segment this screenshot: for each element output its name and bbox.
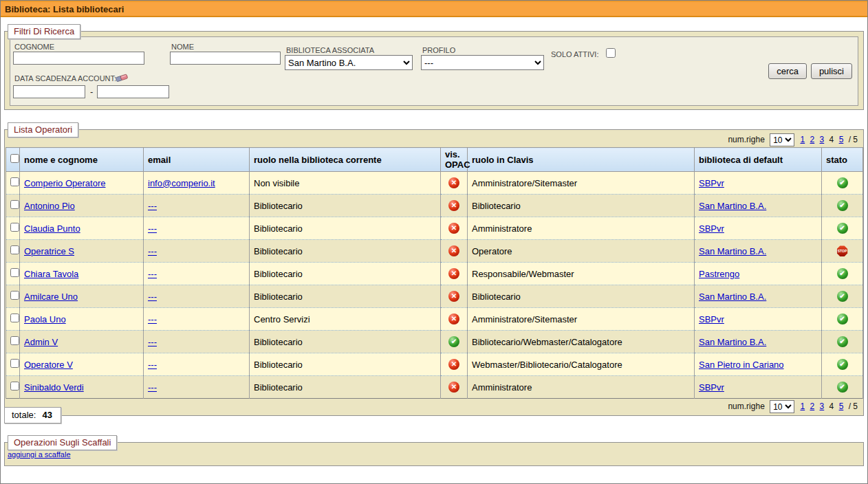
x-circle-icon — [448, 291, 459, 302]
row-checkbox[interactable] — [10, 223, 19, 232]
page-link-5[interactable]: 5 — [839, 135, 844, 144]
biblioteca-associata-select[interactable]: San Martino B.A. — [285, 55, 413, 70]
default-library-link[interactable]: SBPvr — [699, 382, 724, 393]
role-current-cell: Bibliotecario — [250, 217, 441, 240]
operator-email-link[interactable]: --- — [148, 246, 157, 256]
row-checkbox[interactable] — [10, 382, 19, 390]
operator-name-link[interactable]: Paola Uno — [24, 314, 66, 324]
page-link-1[interactable]: 1 — [801, 135, 805, 144]
page-link-1[interactable]: 1 — [801, 402, 805, 411]
default-library-link[interactable]: San Martino B.A. — [699, 246, 766, 256]
default-library-link[interactable]: San Pietro in Cariano — [699, 360, 784, 370]
operators-table: nome e cognome email ruolo nella bibliot… — [6, 147, 863, 399]
window-title: Biblioteca: Lista bibliotecari — [1, 1, 867, 17]
table-row: Paola Uno --- Centro Servizi Amministrat… — [6, 308, 863, 331]
operator-name-link[interactable]: Comperio Operatore — [24, 178, 106, 188]
profilo-label: PROFILO — [422, 46, 455, 54]
num-righe-label: num.righe — [728, 135, 764, 144]
row-checkbox[interactable] — [10, 268, 19, 277]
role-clavis-cell: Bibliotecario — [468, 285, 695, 308]
row-checkbox[interactable] — [10, 245, 19, 254]
operator-email-link[interactable]: --- — [148, 292, 157, 302]
role-current-cell: Bibliotecario — [250, 195, 441, 217]
page-link-2[interactable]: 2 — [810, 402, 815, 411]
page-link-3[interactable]: 3 — [820, 135, 825, 144]
table-row: Admin V --- Bibliotecario Bibliotecario/… — [6, 331, 863, 353]
operator-email-link[interactable]: --- — [148, 201, 157, 211]
operator-email-link[interactable]: --- — [148, 360, 157, 370]
role-clavis-cell: Responsabile/Webmaster — [468, 263, 695, 285]
eraser-icon[interactable] — [116, 72, 128, 82]
table-row: Claudia Punto --- Bibliotecario Amminist… — [6, 217, 863, 240]
cognome-input[interactable] — [13, 52, 144, 65]
check-circle-icon — [837, 382, 848, 393]
page-link-3[interactable]: 3 — [820, 402, 825, 411]
page-current: 4 — [829, 402, 834, 411]
operator-name-link[interactable]: Amilcare Uno — [24, 292, 78, 302]
row-checkbox[interactable] — [10, 336, 19, 345]
operator-name-link[interactable]: Sinibaldo Verdi — [24, 382, 84, 393]
page-link-2[interactable]: 2 — [810, 135, 815, 144]
operator-email-link[interactable]: info@comperio.it — [148, 178, 215, 188]
col-stato: stato — [822, 148, 863, 172]
cerca-button[interactable]: cerca — [768, 63, 807, 79]
solo-attivi-label: SOLO ATTIVI: — [551, 50, 598, 58]
table-row: Comperio Operatore info@comperio.it Non … — [6, 172, 863, 195]
operator-name-link[interactable]: Claudia Punto — [24, 223, 80, 234]
operator-email-link[interactable]: --- — [148, 314, 157, 324]
page-link-5[interactable]: 5 — [839, 402, 844, 411]
row-checkbox[interactable] — [10, 177, 19, 186]
operator-name-link[interactable]: Chiara Tavola — [24, 269, 78, 279]
role-current-cell: Bibliotecario — [250, 353, 441, 376]
default-library-link[interactable]: SBPvr — [699, 223, 724, 234]
select-all-checkbox[interactable] — [10, 154, 19, 163]
operator-name-link[interactable]: Operatore V — [24, 360, 73, 370]
check-circle-icon — [837, 291, 848, 302]
data-scadenza-to-input[interactable] — [97, 85, 169, 98]
num-righe-select[interactable]: 10 — [770, 133, 794, 146]
operator-email-link[interactable]: --- — [148, 223, 157, 234]
table-header-row: nome e cognome email ruolo nella bibliot… — [6, 148, 863, 172]
nome-label: NOME — [171, 43, 194, 51]
row-checkbox[interactable] — [10, 291, 19, 300]
check-circle-icon — [837, 359, 848, 370]
operator-email-link[interactable]: --- — [148, 382, 157, 393]
nome-input[interactable] — [170, 52, 281, 65]
default-library-link[interactable]: SBPvr — [699, 178, 724, 188]
data-scadenza-from-input[interactable] — [13, 85, 85, 98]
app-window: Biblioteca: Lista bibliotecari Filtri Di… — [0, 0, 868, 484]
check-circle-icon — [837, 336, 848, 347]
num-righe-select[interactable]: 10 — [770, 400, 794, 413]
role-clavis-cell: Amministratore/Sitemaster — [468, 308, 695, 331]
operator-name-link[interactable]: Admin V — [24, 337, 58, 347]
aggiungi-a-scaffale-link[interactable]: aggiungi a scaffale — [8, 450, 71, 459]
operator-email-link[interactable]: --- — [148, 337, 157, 347]
operator-name-link[interactable]: Antonino Pio — [24, 201, 75, 211]
table-row: Operatrice S --- Bibliotecario Operatore… — [6, 240, 863, 263]
operator-email-link[interactable]: --- — [148, 269, 157, 279]
default-library-link[interactable]: SBPvr — [699, 314, 724, 324]
default-library-link[interactable]: Pastrengo — [699, 269, 739, 279]
data-scadenza-label: DATA SCADENZA ACCOUNT: — [14, 74, 116, 82]
role-clavis-cell: Amministratore — [468, 376, 695, 399]
default-library-link[interactable]: San Martino B.A. — [699, 292, 766, 302]
default-library-link[interactable]: San Martino B.A. — [699, 337, 766, 347]
num-righe-label: num.righe — [728, 402, 764, 411]
check-circle-icon — [837, 268, 848, 279]
operator-name-link[interactable]: Operatrice S — [24, 246, 74, 256]
cognome-label: COGNOME — [14, 43, 54, 51]
role-current-cell: Bibliotecario — [250, 240, 441, 263]
row-checkbox[interactable] — [10, 200, 19, 209]
profilo-select[interactable]: --- — [421, 55, 544, 70]
col-ruolo-clavis: ruolo in Clavis — [468, 148, 695, 172]
x-circle-icon — [448, 314, 459, 324]
pulisci-button[interactable]: pulisci — [811, 63, 852, 79]
default-library-link[interactable]: San Martino B.A. — [699, 201, 766, 211]
page-total: / 5 — [849, 135, 858, 144]
row-checkbox[interactable] — [10, 359, 19, 368]
row-checkbox[interactable] — [10, 314, 19, 322]
page-current: 4 — [829, 135, 834, 144]
totale-label: totale: — [12, 410, 36, 420]
solo-attivi-checkbox[interactable] — [606, 48, 616, 58]
col-ruolo-corrente: ruolo nella biblioteca corrente — [250, 148, 441, 172]
